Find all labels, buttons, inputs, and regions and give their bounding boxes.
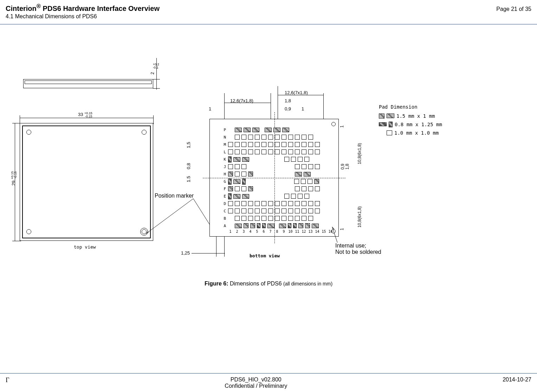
width-dimension: 33 +0.15 -0.15 xyxy=(78,112,92,117)
dim-ext xyxy=(216,236,216,257)
dim-10-8-lower: 10,8(6x1,8) xyxy=(357,206,362,227)
dim-ext-line xyxy=(12,241,21,241)
pad-row-f: F xyxy=(222,185,321,193)
legend-title: Pad Dimension xyxy=(379,104,442,110)
pad-row-e: E xyxy=(222,193,321,200)
mounting-hole-icon xyxy=(26,229,31,234)
header-subtitle: 4.1 Mechanical Dimensions of PDS6 xyxy=(6,13,531,20)
dim-1-8: 1,8 xyxy=(285,98,291,103)
footer-classification: Confidential / Preliminary xyxy=(225,383,287,389)
legend-dense-tall-icon xyxy=(389,122,393,127)
figure-note: (all dimensions in mm) xyxy=(283,281,332,287)
dim-1-left: 1 xyxy=(209,106,211,111)
position-marker-arrow xyxy=(137,197,218,237)
pad-row-h: H xyxy=(222,171,321,178)
page-footer: Γ PDS6_HIO_v02.800 Confidential / Prelim… xyxy=(0,373,537,392)
top-view-label: top view xyxy=(74,244,96,250)
svg-marker-5 xyxy=(332,227,335,230)
dim-ext xyxy=(271,93,271,121)
dim-line xyxy=(153,88,160,89)
dim-rule xyxy=(224,103,271,103)
width-dim-line xyxy=(20,118,153,118)
pad-row-k: K xyxy=(222,156,321,163)
svg-line-0 xyxy=(146,199,193,234)
pad-row-l: L xyxy=(222,148,321,156)
height-dim-line xyxy=(15,123,15,241)
svg-marker-1 xyxy=(146,230,150,234)
dim-ext-line xyxy=(153,115,154,124)
dim-1-25: 1,25 xyxy=(181,250,190,256)
side-profile-inner xyxy=(25,81,152,84)
bottom-view-outline: P N M L K xyxy=(209,119,339,237)
top-view-inner-outline xyxy=(22,126,151,238)
pad-row-m: M xyxy=(222,141,321,148)
pad-row-g: G xyxy=(222,178,321,185)
dim-12-6-right: 12,6(7x1,8) xyxy=(285,90,308,95)
dim-10-8-upper: 10,8(6x1,8) xyxy=(357,143,362,164)
content-area: 2 +0.2 -0.1 33 +0.15 -0.15 29 +0.15 -0.1… xyxy=(0,25,537,334)
legend-hatched-square-icon xyxy=(379,114,384,118)
dim-1-right: 1 xyxy=(302,106,304,111)
pad-row-p: P xyxy=(222,126,321,134)
page-number: Page 21 of 35 xyxy=(496,6,531,12)
footer-center: PDS6_HIO_v02.800 Confidential / Prelimin… xyxy=(225,377,287,389)
dim-1-5b: 1.5 xyxy=(186,176,191,182)
dim-1-8-r: 1,8 xyxy=(345,163,350,169)
figure-text: Dimensions of PDS6 xyxy=(230,281,282,287)
dim-ext xyxy=(278,86,278,121)
footer-doc-id: PDS6_HIO_v02.800 xyxy=(225,377,287,383)
internal-use-arrow xyxy=(330,225,341,244)
corner-hole-icon xyxy=(331,122,336,126)
dim-ext xyxy=(224,236,225,257)
pad-row-a: A xyxy=(222,222,321,230)
header-row: Cinterion® PDS6 Hardware Interface Overv… xyxy=(6,3,531,13)
legend-row-2: 0.8 mm x 1.25 mm xyxy=(379,122,442,127)
dim-extension-line xyxy=(156,58,157,90)
side-profile-view xyxy=(23,79,153,88)
internal-use-annotation: Internal use; Not to be soldered xyxy=(335,243,381,255)
pad-row-d: D xyxy=(222,200,321,207)
dim-0-9: 0,9 xyxy=(285,106,291,111)
legend-plain-square-icon xyxy=(387,130,392,135)
legend-row-1: 1.5 mm x 1 mm xyxy=(379,113,442,119)
footer-date: 2014-10-27 xyxy=(503,377,531,389)
footer-left: Γ xyxy=(6,377,9,389)
legend-row-3: 1.0 mm x 1.0 mm xyxy=(379,130,442,136)
registered-mark: ® xyxy=(37,3,41,9)
legend-hatched-rect-icon xyxy=(387,114,394,118)
dim-1-5: 1,5 xyxy=(186,142,191,148)
title-prefix: Cinterion xyxy=(6,5,37,12)
legend-dense-rect-icon xyxy=(379,122,387,126)
pad-row-n: N xyxy=(222,134,321,141)
dim-ext xyxy=(323,93,324,121)
dim-0-8: 0,8 xyxy=(186,163,191,169)
dim-1-r1: 1 xyxy=(339,125,344,128)
internal-use-line2: Not to be soldered xyxy=(335,249,381,255)
mounting-hole-icon xyxy=(142,130,147,135)
dim-0-9-r: 0,9 xyxy=(340,163,345,169)
figure-number: Figure 6: xyxy=(205,281,228,287)
bottom-view-label: bottom view xyxy=(250,253,280,258)
column-labels: 1 2 3 4 5 6 7 8 9 10 11 12 13 14 15 16 xyxy=(227,230,334,233)
mounting-hole-icon xyxy=(26,130,31,135)
dim-ext xyxy=(224,93,225,121)
figure-caption: Figure 6: Dimensions of PDS6 (all dimens… xyxy=(0,281,537,287)
top-view-outline xyxy=(20,123,153,241)
bga-pad-grid: P N M L K xyxy=(222,126,321,230)
dim-line xyxy=(153,79,160,79)
pad-dimension-legend: Pad Dimension 1.5 mm x 1 mm 0.8 mm x 1.2… xyxy=(379,104,442,139)
internal-use-line1: Internal use; xyxy=(335,243,381,249)
header-title: Cinterion® PDS6 Hardware Interface Overv… xyxy=(6,3,160,13)
thickness-dimension: 2 +0.2 -0.1 xyxy=(150,70,155,76)
page-header: Cinterion® PDS6 Hardware Interface Overv… xyxy=(0,0,537,25)
pad-row-j: J xyxy=(222,163,321,171)
svg-line-4 xyxy=(332,227,337,243)
title-suffix: PDS6 Hardware Interface Overview xyxy=(41,5,160,12)
pad-row-b: B xyxy=(222,215,321,222)
height-dimension: 29 +0.15 -0.15 xyxy=(11,171,16,186)
pad-row-c: C xyxy=(222,207,321,215)
dim-rule xyxy=(278,95,323,95)
dim-rule xyxy=(192,253,225,253)
